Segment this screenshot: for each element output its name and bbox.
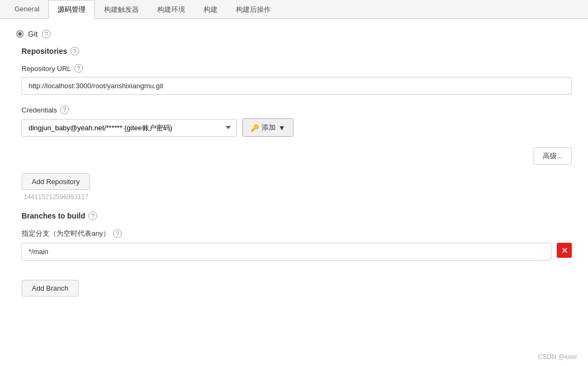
credentials-label: Credentials ?	[22, 105, 572, 114]
key-icon: 🔑	[250, 124, 259, 132]
branches-to-build-label: Branches to build	[22, 212, 85, 220]
branch-field-section: 指定分支（为空时代表any） ? ✕	[22, 229, 572, 261]
repositories-section: Repositories ? Repository URL ? Credenti…	[22, 47, 572, 297]
repository-url-label: Repository URL ?	[22, 64, 572, 73]
advanced-button[interactable]: 高级...	[534, 147, 572, 165]
git-radio[interactable]	[16, 30, 24, 38]
credentials-select[interactable]: dingjun_baby@yeah.net/****** (gitee账户密码)	[22, 119, 237, 137]
credentials-help-icon[interactable]: ?	[60, 105, 69, 114]
tab-general[interactable]: General	[5, 0, 48, 19]
tab-post-build[interactable]: 构建后操作	[227, 0, 280, 19]
branch-field-row: ✕	[22, 243, 572, 261]
repositories-title: Repositories ?	[22, 47, 572, 55]
delete-branch-button[interactable]: ✕	[557, 243, 572, 258]
git-label: Git	[28, 30, 38, 38]
add-credentials-button[interactable]: 🔑 添加 ▼	[242, 118, 293, 137]
add-branch-button[interactable]: Add Branch	[22, 280, 79, 297]
repository-id: 144115212596993117	[24, 193, 572, 201]
branch-help-icon[interactable]: ?	[113, 229, 122, 238]
repo-url-help-icon[interactable]: ?	[74, 64, 83, 73]
tab-build-env[interactable]: 构建环境	[148, 0, 194, 19]
branch-input[interactable]	[22, 243, 551, 261]
add-credentials-label: 添加	[262, 123, 276, 132]
git-help-icon[interactable]: ?	[42, 30, 51, 38]
branch-specifier-label: 指定分支（为空时代表any） ?	[22, 229, 572, 238]
tab-bar: General 源码管理 构建触发器 构建环境 构建 构建后操作	[0, 0, 588, 19]
branches-help-icon[interactable]: ?	[88, 212, 97, 220]
credentials-row: dingjun_baby@yeah.net/****** (gitee账户密码)…	[22, 118, 572, 137]
repository-url-input[interactable]	[22, 77, 572, 95]
repository-url-section: Repository URL ?	[22, 64, 572, 95]
add-repository-container: Add Repository 144115212596993117	[22, 173, 572, 201]
repositories-help-icon[interactable]: ?	[71, 47, 79, 55]
repositories-label: Repositories	[22, 47, 67, 55]
tab-build[interactable]: 构建	[194, 0, 227, 19]
tab-build-triggers[interactable]: 构建触发器	[95, 0, 148, 19]
delete-icon: ✕	[561, 245, 568, 256]
branches-title: Branches to build ?	[22, 212, 572, 220]
advanced-row: 高级...	[22, 147, 572, 165]
branch-field-content	[22, 243, 551, 261]
branches-section: Branches to build ? 指定分支（为空时代表any） ? ✕	[22, 212, 572, 297]
add-repository-button[interactable]: Add Repository	[22, 173, 90, 190]
git-row: Git ?	[16, 30, 572, 38]
main-content: Git ? Repositories ? Repository URL ? Cr…	[0, 19, 588, 307]
dropdown-arrow: ▼	[278, 124, 285, 132]
tab-source-management[interactable]: 源码管理	[48, 0, 95, 19]
credentials-section: Credentials ? dingjun_baby@yeah.net/****…	[22, 105, 572, 137]
